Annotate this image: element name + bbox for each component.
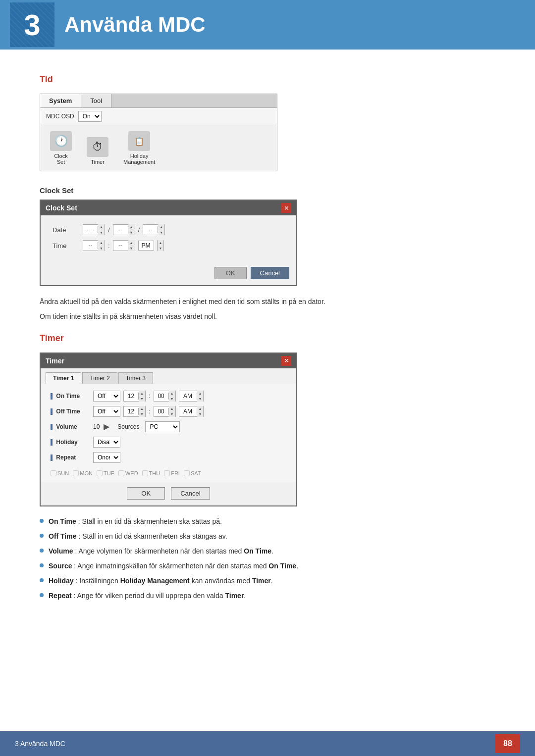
tab-system[interactable]: System [40, 94, 81, 107]
date-month-down[interactable]: ▼ [128, 230, 135, 235]
on-time-ampm-down[interactable]: ▼ [197, 396, 204, 402]
timer-label-text: Timer [91, 159, 105, 165]
timer-close-button[interactable]: ✕ [281, 356, 291, 366]
clock-set-cancel-button[interactable]: Cancel [251, 267, 289, 279]
date-year-up[interactable]: ▲ [98, 224, 105, 230]
bullet-list: On Time : Ställ in en tid då skärmenhete… [40, 516, 495, 601]
bullet-dot [40, 578, 44, 582]
clock-set-dialog-title: Clock Set [46, 204, 77, 212]
header-bar: 3 Använda MDC [0, 0, 535, 50]
off-time-dropdown[interactable]: OffOn [93, 406, 120, 417]
sources-label: Sources [117, 423, 139, 430]
volume-sources-row: Volume 10 ▶ Sources PC [51, 421, 286, 432]
off-time-hour-spinbox[interactable]: 12 ▲ ▼ [123, 406, 146, 417]
day-wed-checkbox[interactable] [118, 470, 124, 476]
timer-dialog: Timer ✕ Timer 1 Timer 2 Timer 3 [40, 353, 297, 506]
off-time-ampm-up[interactable]: ▲ [197, 406, 204, 411]
time-min-down[interactable]: ▼ [128, 246, 135, 251]
day-tue-checkbox[interactable] [97, 470, 103, 476]
timer-tab-1[interactable]: Timer 1 [46, 372, 81, 384]
timer-tab-2[interactable]: Timer 2 [82, 372, 117, 384]
clock-set-dialog-footer: OK Cancel [41, 263, 296, 285]
time-hour-down[interactable]: ▼ [98, 246, 105, 251]
on-time-min-down[interactable]: ▼ [169, 396, 175, 402]
off-time-hour-down[interactable]: ▼ [139, 411, 145, 417]
date-day-down[interactable]: ▼ [158, 230, 164, 235]
date-month-up[interactable]: ▲ [128, 224, 135, 230]
holiday-label: Holiday [51, 439, 90, 446]
date-year-spinbox[interactable]: ---- ▲ ▼ [83, 224, 105, 235]
timer-tab-3[interactable]: Timer 3 [118, 372, 153, 384]
timer-icon: ⏱ [87, 137, 108, 157]
holiday-dropdown[interactable]: DisableEnable [93, 437, 120, 448]
chapter-number-box: 3 [10, 2, 54, 47]
time-min-up[interactable]: ▲ [128, 240, 135, 246]
clock-set-description2: Om tiden inte ställts in på skärmenheten… [40, 311, 495, 322]
chapter-number: 3 [24, 8, 40, 42]
time-min-spinbox[interactable]: -- ▲ ▼ [113, 240, 135, 251]
holiday-row: Holiday DisableEnable [51, 437, 286, 448]
time-hour-up[interactable]: ▲ [98, 240, 105, 246]
on-time-min-up[interactable]: ▲ [169, 391, 175, 396]
off-time-hour-up[interactable]: ▲ [139, 406, 145, 411]
day-thu-checkbox[interactable] [142, 470, 148, 476]
off-time-min-up[interactable]: ▲ [169, 406, 175, 411]
time-ampm-spinbox[interactable]: ▲ ▼ [157, 240, 164, 251]
time-ampm-down[interactable]: ▼ [158, 246, 164, 251]
timer-dialog-footer: OK Cancel [41, 482, 296, 505]
date-month-spinbox[interactable]: -- ▲ ▼ [113, 224, 135, 235]
on-time-ampm-spinbox[interactable]: AM ▲ ▼ [179, 391, 204, 402]
list-item-volume: Volume : Ange volymen för skärmenheten n… [40, 546, 495, 556]
timer-icon-item[interactable]: ⏱ Timer [87, 137, 108, 165]
clock-set-label: ClockSet [54, 153, 68, 165]
off-time-min-spinbox[interactable]: 00 ▲ ▼ [154, 406, 176, 417]
timer-ok-button[interactable]: OK [127, 487, 165, 500]
repeat-dropdown[interactable]: OnceDailyWeekly [93, 452, 120, 463]
time-label: Time [53, 242, 80, 250]
time-ampm-up[interactable]: ▲ [158, 240, 164, 246]
timer-body: On Time OffOn 12 ▲ ▼ : 00 ▲ [41, 384, 296, 482]
timer-cancel-button[interactable]: Cancel [171, 487, 210, 500]
day-checkbox-row: SUN MON TUE WED THU [51, 467, 286, 477]
footer: 3 Använda MDC 88 [0, 731, 535, 756]
on-time-hour-spinbox[interactable]: 12 ▲ ▼ [123, 391, 146, 402]
date-day-up[interactable]: ▲ [158, 224, 164, 230]
on-time-hour-up[interactable]: ▲ [139, 391, 145, 396]
off-time-min-down[interactable]: ▼ [169, 411, 175, 417]
on-time-hour-down[interactable]: ▼ [139, 396, 145, 402]
day-fri-checkbox[interactable] [164, 470, 170, 476]
footer-page-number: 88 [495, 734, 520, 753]
bullet-term-repeat: Repeat [49, 592, 72, 600]
day-thu: THU [142, 470, 160, 476]
time-row: Time -- ▲ ▼ : -- ▲ ▼ PM [53, 240, 284, 251]
time-hour-spinbox[interactable]: -- ▲ ▼ [83, 240, 105, 251]
bullet-term-ontime: On Time [49, 517, 76, 525]
list-item-ontime: On Time : Ställ in en tid då skärmenhete… [40, 516, 495, 527]
on-time-ampm-up[interactable]: ▲ [197, 391, 204, 396]
volume-arrow-icon: ▶ [104, 422, 109, 431]
date-day-spinbox[interactable]: -- ▲ ▼ [143, 224, 165, 235]
off-time-ampm-down[interactable]: ▼ [197, 411, 204, 417]
day-mon-checkbox[interactable] [73, 470, 79, 476]
day-sun-checkbox[interactable] [51, 470, 56, 476]
bullet-term-offtime: Off Time [49, 532, 77, 540]
system-tool-window: System Tool MDC OSD On Off 🕐 ClockSet ⏱ … [40, 94, 277, 171]
holiday-icon-item[interactable]: 📋 HolidayManagement [123, 131, 155, 165]
off-time-row: Off Time OffOn 12 ▲ ▼ : 00 ▲ [51, 406, 286, 417]
on-time-min-spinbox[interactable]: 00 ▲ ▼ [154, 391, 176, 402]
repeat-label: Repeat [51, 454, 90, 461]
clock-set-close-button[interactable]: ✕ [281, 203, 291, 213]
date-year-down[interactable]: ▼ [98, 230, 105, 235]
toolbar-dropdown[interactable]: On Off [78, 111, 102, 122]
clock-set-icon: 🕐 [50, 131, 72, 151]
clock-set-icon-item[interactable]: 🕐 ClockSet [50, 131, 72, 165]
sources-dropdown[interactable]: PC [145, 421, 180, 432]
date-label: Date [53, 226, 80, 234]
tab-tool[interactable]: Tool [81, 94, 111, 107]
holiday-management-icon: 📋 [128, 131, 150, 151]
clock-set-ok-button[interactable]: OK [214, 267, 247, 279]
day-sat-checkbox[interactable] [184, 470, 190, 476]
off-time-ampm-spinbox[interactable]: AM ▲ ▼ [179, 406, 204, 417]
bullet-dot [40, 519, 44, 523]
on-time-dropdown[interactable]: OffOn [93, 391, 120, 402]
